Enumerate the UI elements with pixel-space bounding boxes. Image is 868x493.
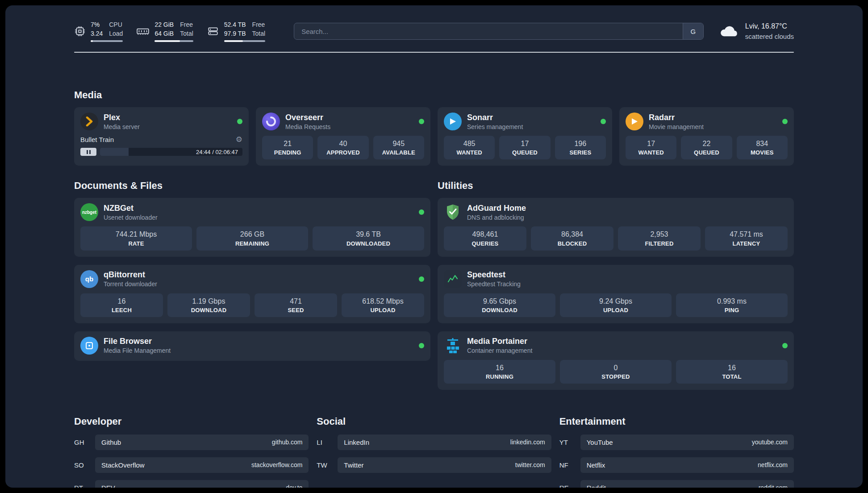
- cpu-label-1: CPU: [109, 21, 123, 29]
- stat-box: 17 WANTED: [626, 136, 676, 159]
- disk-free: 52.4 TB: [224, 21, 246, 29]
- topbar-divider: [74, 52, 794, 53]
- stat-value: 498,461: [447, 230, 524, 238]
- gear-icon[interactable]: ⚙: [236, 136, 242, 143]
- plex-icon: [80, 113, 98, 130]
- stat-box: 16 LEECH: [80, 293, 163, 317]
- card-title: NZBGet: [104, 204, 158, 213]
- utilities-column: Utilities: [438, 180, 794, 390]
- disk-icon: [207, 25, 219, 37]
- search-input[interactable]: [294, 23, 683, 39]
- card-subtitle: DNS and adblocking: [467, 214, 526, 221]
- bookmark-stackoverflow[interactable]: SO StackOverflow stackoverflow.com: [74, 457, 309, 473]
- stat-label: LEECH: [83, 307, 160, 313]
- stat-label: STOPPED: [563, 373, 669, 380]
- card-sonarr[interactable]: Sonarr Series management 485 WANTED 17 Q…: [438, 107, 612, 166]
- cloud-icon: [719, 23, 739, 40]
- bookmark-name: Netflix: [587, 461, 605, 469]
- bookmark-twitter[interactable]: TW Twitter twitter.com: [317, 457, 551, 473]
- qbittorrent-icon: qb: [80, 270, 98, 288]
- cpu-percent: 7%: [91, 21, 103, 29]
- stat-box: 17 QUEUED: [499, 136, 550, 159]
- stat-value: 2,953: [621, 230, 698, 238]
- disk-label-1: Free: [252, 21, 266, 29]
- weather-widget: Lviv, 16.87°C scattered clouds: [719, 21, 794, 41]
- stat-value: 0: [563, 363, 669, 372]
- stat-value: 834: [739, 139, 785, 148]
- entertainment-column: Entertainment YT YouTube youtube.com NF …: [559, 416, 794, 488]
- stat-box: 39.6 TB DOWNLOADED: [313, 226, 424, 250]
- plex-now-playing: Bullet Train ⚙ 24:44 / 02:06:47: [80, 136, 242, 156]
- search-engine-button[interactable]: G: [683, 23, 703, 39]
- card-adguard[interactable]: AdGuard Home DNS and adblocking 498,461 …: [438, 198, 794, 256]
- stat-value: 196: [558, 139, 603, 148]
- section-title-documents: Documents & Files: [74, 180, 430, 192]
- bookmark-url: github.com: [272, 439, 302, 446]
- stat-label: UPLOAD: [563, 307, 669, 313]
- playback-progress-bar[interactable]: 24:44 / 02:06:47: [100, 148, 242, 156]
- stat-value: 16: [83, 297, 160, 305]
- cpu-progress-bar: [91, 40, 123, 42]
- disk-progress-bar: [224, 40, 265, 42]
- pause-button[interactable]: [80, 148, 96, 156]
- stat-box: 40 APPROVED: [317, 136, 368, 159]
- stat-label: REMAINING: [199, 240, 305, 247]
- stat-label: DOWNLOADED: [315, 240, 421, 247]
- stat-value: 22: [684, 139, 729, 148]
- bookmark-url: netflix.com: [758, 461, 788, 468]
- stat-label: RUNNING: [447, 373, 553, 380]
- stat-label: RATE: [83, 240, 189, 247]
- bookmark-name: LinkedIn: [344, 439, 369, 446]
- media-cards-row: Plex Media server Bullet Train ⚙ 24:: [74, 107, 794, 166]
- weather-location: Lviv, 16.87°C: [745, 21, 794, 31]
- bookmark-reddit[interactable]: RE Reddit reddit.com: [559, 480, 794, 488]
- stat-label: UPLOAD: [344, 307, 421, 313]
- status-badge: [419, 119, 424, 124]
- bookmark-dev[interactable]: DT DEV dev.to: [74, 480, 309, 488]
- stat-box: 1.19 Gbps DOWNLOAD: [167, 293, 250, 317]
- stat-value: 471: [257, 297, 334, 305]
- stat-value: 40: [320, 139, 366, 148]
- stat-box: 16 TOTAL: [676, 360, 788, 384]
- card-overseerr[interactable]: Overseerr Media Requests 21 PENDING 40 A…: [256, 107, 430, 166]
- developer-column: Developer GH Github github.com SO StackO…: [74, 416, 309, 488]
- adguard-icon: [444, 203, 462, 221]
- stat-value: 9.65 Gbps: [447, 297, 553, 305]
- disk-label-2: Total: [252, 29, 266, 38]
- stat-box: 945 AVAILABLE: [373, 136, 424, 159]
- disk-widget: 52.4 TB 97.9 TB Free Total: [207, 21, 265, 42]
- bookmark-name: Twitter: [344, 461, 363, 469]
- bookmark-linkedin[interactable]: LI LinkedIn linkedin.com: [317, 435, 551, 450]
- card-title: AdGuard Home: [467, 204, 526, 213]
- stat-box: 0 STOPPED: [560, 360, 672, 384]
- stat-value: 17: [502, 139, 547, 148]
- playback-time: 24:44 / 02:06:47: [196, 149, 242, 155]
- stat-label: PING: [679, 307, 785, 313]
- card-portainer[interactable]: Media Portainer Container management 16 …: [438, 331, 794, 390]
- bookmark-netflix[interactable]: NF Netflix netflix.com: [559, 457, 794, 473]
- sonarr-icon: [444, 113, 462, 130]
- bookmark-github[interactable]: GH Github github.com: [74, 435, 309, 450]
- stat-label: SERIES: [558, 149, 603, 156]
- card-filebrowser[interactable]: File Browser Media File Management: [74, 331, 430, 361]
- stat-label: QUEUED: [684, 149, 729, 156]
- card-qbittorrent[interactable]: qb qBittorrent Torrent downloader 16: [74, 265, 430, 323]
- status-badge: [782, 343, 788, 348]
- bookmark-abbr: YT: [559, 439, 576, 446]
- card-title: Overseerr: [285, 113, 330, 122]
- bookmark-url: youtube.com: [752, 439, 788, 446]
- card-speedtest[interactable]: Speedtest Speedtest Tracking 9.65 Gbps D…: [438, 265, 794, 323]
- stat-box: 618.52 Mbps UPLOAD: [342, 293, 424, 317]
- card-radarr[interactable]: Radarr Movie management 17 WANTED 22 QUE…: [619, 107, 794, 166]
- bookmark-youtube[interactable]: YT YouTube youtube.com: [559, 435, 794, 450]
- status-badge: [782, 119, 788, 124]
- bookmark-url: stackoverflow.com: [251, 461, 302, 468]
- card-nzbget[interactable]: nzbget NZBGet Usenet downloader 744.21 M…: [74, 198, 430, 256]
- card-plex[interactable]: Plex Media server Bullet Train ⚙ 24:: [74, 107, 249, 166]
- memory-widget: 22 GiB 64 GiB Free Total: [136, 21, 193, 42]
- card-subtitle: Usenet downloader: [104, 214, 158, 221]
- overseerr-icon: [262, 113, 280, 130]
- stat-box: 21 PENDING: [262, 136, 313, 159]
- status-badge: [419, 276, 424, 282]
- disk-total: 97.9 TB: [224, 29, 246, 38]
